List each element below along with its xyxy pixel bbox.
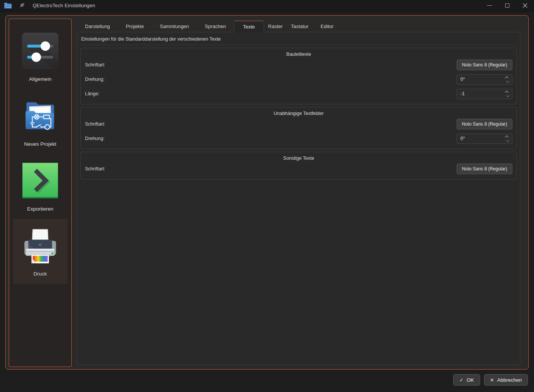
dialog-frame: Allgemein (5, 15, 529, 370)
tab-sammlungen[interactable]: Sammlungen (152, 21, 197, 32)
spinbox-arrows[interactable] (506, 75, 509, 84)
printer-icon (21, 227, 59, 264)
tab-projekte[interactable]: Projekte (118, 21, 152, 32)
dialog-buttons: ✓ OK ✕ Abbrechen (453, 374, 528, 386)
field-label: Länge: (85, 91, 99, 96)
row-drehung: Drehung: 0° (84, 72, 513, 87)
sidebar-item-label: Druck (33, 271, 47, 277)
x-icon: ✕ (490, 377, 494, 383)
category-sidebar: Allgemein (9, 19, 72, 367)
row-schriftart: Schriftart: Noto Sans 8 (Regular) (84, 117, 513, 131)
length-spinbox[interactable]: -1 (457, 89, 512, 99)
qelectrotech-settings-window: QElectroTech Einstellungen (0, 0, 534, 392)
group-sonstige-texte: Sonstige Texte Schriftart: Noto Sans 8 (… (80, 152, 517, 179)
font-select-button[interactable]: Noto Sans 8 (Regular) (457, 60, 512, 70)
font-button-value: Noto Sans 8 (Regular) (462, 121, 507, 127)
field-label: Schriftart: (85, 62, 105, 68)
sidebar-item-druck[interactable]: Druck (13, 219, 68, 284)
row-laenge: Länge: -1 (84, 87, 513, 101)
tab-sprachen[interactable]: Sprachen (197, 21, 234, 32)
tab-bar: Darstellung Projekte Sammlungen Sprachen… (77, 21, 520, 32)
rotation-spinbox[interactable]: 0° (457, 74, 512, 85)
cancel-button-label: Abbrechen (497, 377, 522, 383)
ok-button[interactable]: ✓ OK (453, 374, 480, 386)
titlebar: QElectroTech Einstellungen (0, 0, 534, 11)
texte-tab-panel: Einstellungen für die Standarddarstellun… (77, 32, 520, 365)
group-title: Bauteiltexte (84, 48, 513, 58)
row-schriftart: Schriftart: Noto Sans 8 (Regular) (84, 162, 513, 176)
field-label: Schriftart: (85, 166, 105, 172)
spinbox-arrows[interactable] (506, 134, 509, 143)
tab-editor[interactable]: Editor (313, 21, 341, 32)
settings-main: Darstellung Projekte Sammlungen Sprachen… (77, 21, 520, 365)
header-separator (80, 45, 518, 45)
minimize-button[interactable] (481, 0, 498, 11)
font-select-button[interactable]: Noto Sans 8 (Regular) (457, 119, 512, 129)
tab-texte[interactable]: Texte (234, 20, 264, 32)
field-label: Drehung: (85, 136, 104, 141)
row-schriftart: Schriftart: Noto Sans 8 (Regular) (84, 58, 513, 72)
app-icon (4, 2, 12, 9)
font-button-value: Noto Sans 8 (Regular) (462, 62, 507, 68)
panel-description: Einstellungen für die Standarddarstellun… (80, 32, 517, 45)
spinbox-arrows[interactable] (506, 89, 509, 99)
check-icon: ✓ (459, 377, 463, 383)
pin-button[interactable] (17, 2, 26, 10)
sliders-icon (21, 32, 59, 70)
rotation-spinbox[interactable]: 0° (457, 134, 512, 144)
maximize-icon (505, 3, 509, 8)
ok-button-label: OK (466, 377, 474, 383)
close-button[interactable] (516, 0, 534, 11)
tab-tastatur[interactable]: Tastatur (287, 21, 313, 32)
export-arrow-icon (21, 162, 59, 200)
sidebar-item-label: Exportieren (27, 206, 53, 212)
new-project-folder-icon (21, 97, 59, 135)
tab-darstellung[interactable]: Darstellung (77, 21, 118, 32)
spinbox-value: -1 (457, 91, 512, 96)
tab-raster[interactable]: Raster (264, 21, 287, 32)
field-label: Schriftart: (85, 121, 105, 127)
group-title: Sonstige Texte (84, 152, 513, 162)
pin-icon (19, 2, 25, 9)
sidebar-item-exportieren[interactable]: Exportieren (13, 154, 68, 219)
row-drehung: Drehung: 0° (84, 131, 513, 146)
sidebar-item-neues-projekt[interactable]: Neues Projekt (13, 89, 68, 154)
group-unabhaengige-textfelder: Unabhängige Textfelder Schriftart: Noto … (80, 107, 517, 149)
sidebar-item-allgemein[interactable]: Allgemein (13, 24, 68, 89)
field-label: Drehung: (85, 77, 104, 82)
font-button-value: Noto Sans 8 (Regular) (462, 166, 507, 172)
font-select-button[interactable]: Noto Sans 8 (Regular) (457, 164, 512, 174)
group-title: Unabhängige Textfelder (84, 107, 513, 117)
minimize-icon (487, 5, 492, 6)
spinbox-value: 0° (457, 136, 512, 141)
window-controls (481, 0, 534, 11)
spinbox-value: 0° (457, 77, 512, 82)
cancel-button[interactable]: ✕ Abbrechen (484, 374, 528, 386)
sidebar-item-label: Neues Projekt (24, 141, 57, 147)
window-title: QElectroTech Einstellungen (33, 3, 95, 8)
group-bauteiltexte: Bauteiltexte Schriftart: Noto Sans 8 (Re… (80, 48, 517, 104)
sidebar-item-label: Allgemein (29, 76, 51, 82)
maximize-button[interactable] (498, 0, 516, 11)
close-icon (523, 3, 528, 8)
